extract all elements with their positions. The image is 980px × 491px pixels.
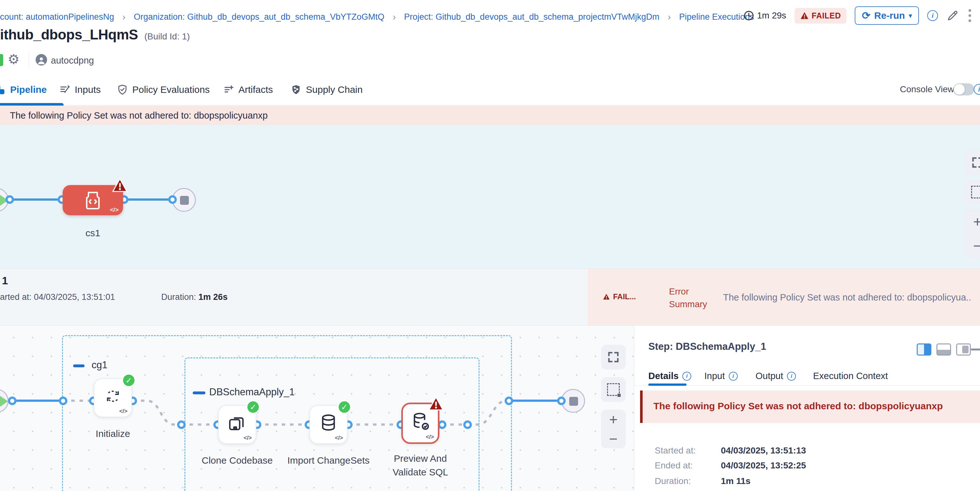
clock-icon — [744, 11, 754, 21]
top-bar: count: automationPipelinesNg › Organizat… — [0, 0, 980, 28]
avatar — [36, 54, 47, 65]
tab-pipeline[interactable]: Pipeline — [0, 74, 47, 105]
active-tab-underline — [0, 103, 64, 106]
breadcrumb-account[interactable]: count: automationPipelinesNg — [0, 12, 114, 22]
tab-execution-context[interactable]: Execution Context — [813, 371, 888, 381]
started-at-value: 04/03/2025, 13:51:13 — [721, 445, 806, 456]
code-glyph: </> — [243, 435, 252, 442]
pipeline-execution-page: count: automationPipelinesNg › Organizat… — [0, 0, 980, 491]
tab-policy-evaluations[interactable]: Policy Evaluations — [117, 74, 210, 105]
custom-stage-icon — [82, 189, 103, 211]
ended-at-value: 04/03/2025, 13:52:25 — [721, 461, 806, 470]
stop-icon — [180, 196, 189, 205]
warning-triangle-icon — [800, 12, 808, 19]
console-view-info-icon[interactable]: i — [974, 84, 980, 95]
warning-triangle-icon — [603, 294, 610, 300]
execution-graph-canvas[interactable]: cg1 DBSchemaApply_1 — [0, 326, 634, 491]
inputs-icon — [59, 84, 70, 95]
stage-graph-canvas[interactable]: </> cs1 + − — [0, 125, 980, 269]
initialize-icon — [103, 386, 123, 406]
connector-port — [463, 420, 472, 429]
zoom-out-button[interactable]: − — [609, 431, 618, 447]
gear-icon[interactable]: ⚙ — [8, 51, 20, 67]
shield-check-icon — [117, 84, 128, 95]
failed-badge-icon — [112, 178, 127, 192]
policy-violation-banner: The following Policy Set was not adhered… — [0, 106, 980, 125]
duration-label: Duration: — [655, 476, 691, 486]
layout-floating-panel-icon[interactable] — [956, 343, 971, 356]
more-options-icon[interactable] — [967, 8, 972, 23]
fit-to-screen-button[interactable] — [601, 345, 626, 370]
fit-to-screen-button[interactable] — [965, 150, 980, 175]
execution-info-icon[interactable]: i — [927, 10, 938, 21]
breadcrumb-organization[interactable]: Organization: Github_db_devops_aut_db_sc… — [134, 12, 385, 22]
tab-input[interactable]: Input i — [704, 371, 738, 381]
execution-tabs: Pipeline Inputs Policy Evaluations Artif… — [0, 74, 980, 105]
step-panel-tabs: Details i Input i Output i Execution Con… — [634, 367, 980, 386]
marquee-icon — [607, 383, 620, 396]
edit-pipeline-icon[interactable] — [946, 9, 959, 22]
chevron-down-icon[interactable]: ▾ — [909, 12, 912, 19]
step-node-initialize[interactable]: </> ✓ — [94, 378, 132, 417]
connector-port — [59, 397, 67, 405]
step-node-clone-codebase[interactable]: </> ✓ — [218, 405, 256, 444]
zoom-controls: + − — [965, 210, 980, 258]
console-view-label: Console View — [900, 84, 954, 94]
stop-icon — [569, 397, 578, 406]
supply-chain-shield-icon — [291, 84, 301, 95]
tab-artifacts[interactable]: Artifacts — [223, 74, 273, 105]
trigger-user[interactable]: autocdpng — [51, 55, 94, 66]
rerun-button[interactable]: ⟳ Re-run ▾ — [855, 6, 919, 25]
success-badge-icon: ✓ — [337, 400, 352, 414]
minimize-panel-icon[interactable] — [971, 348, 980, 350]
play-icon — [0, 396, 8, 407]
stage-error-zone: FAIL... Error Summary The following Poli… — [588, 269, 980, 325]
stage-summary-bar[interactable]: 1 arted at: 04/03/2025, 13:51:01 Duratio… — [0, 269, 980, 326]
layout-right-panel-icon[interactable] — [917, 343, 931, 356]
execution-detail-split: cg1 DBSchemaApply_1 — [0, 326, 980, 491]
connector-port — [177, 420, 186, 429]
zoom-in-button[interactable]: + — [609, 411, 618, 428]
build-id: (Build Id: 1) — [144, 32, 190, 42]
breadcrumb-pipeline-executions[interactable]: Pipeline Executions — [679, 12, 754, 22]
stage-node-cs1[interactable]: </> — [63, 185, 123, 215]
tab-inputs[interactable]: Inputs — [59, 74, 101, 105]
input-info-icon[interactable]: i — [729, 372, 738, 381]
details-info-icon[interactable]: i — [682, 372, 691, 381]
database-check-icon — [410, 412, 431, 432]
active-tab-underline — [648, 383, 687, 386]
code-glyph: </> — [110, 207, 119, 213]
step-node-preview-validate-sql[interactable]: </> — [401, 403, 439, 444]
step-error-text: The following Policy Set was not adhered… — [654, 401, 943, 412]
error-summary-label: Error Summary — [669, 285, 707, 311]
refresh-icon: ⟳ — [862, 10, 870, 22]
success-badge-icon: ✓ — [246, 400, 260, 414]
console-view-toggle[interactable] — [953, 83, 974, 95]
stage-duration: Duration: 1m 26s — [161, 292, 228, 302]
pipeline-icon — [0, 84, 6, 95]
artifacts-icon — [223, 84, 234, 95]
status-badge: FAILED — [795, 8, 847, 24]
marquee-select-button[interactable] — [601, 377, 626, 402]
policy-violation-text: The following Policy Set was not adhered… — [10, 110, 268, 121]
ended-at-label: Ended at: — [655, 461, 693, 470]
error-summary-message: The following Policy Set was not adhered… — [723, 292, 974, 303]
chevron-right-icon: › — [668, 11, 671, 22]
elapsed-time: 1m 29s — [744, 11, 786, 21]
tab-output[interactable]: Output i — [756, 371, 796, 381]
chevron-right-icon: › — [123, 11, 126, 22]
connector-port — [8, 397, 16, 405]
code-glyph: </> — [426, 434, 434, 440]
fullscreen-icon — [607, 350, 620, 364]
breadcrumb-project[interactable]: Project: Github_db_devops_aut_db_schema_… — [404, 12, 659, 22]
chevron-right-icon: › — [393, 11, 396, 22]
step-node-import-changesets[interactable]: </> ✓ — [309, 405, 348, 444]
zoom-in-button[interactable]: + — [973, 213, 980, 230]
layout-bottom-panel-icon[interactable] — [936, 343, 951, 356]
tab-supply-chain[interactable]: Supply Chain — [291, 74, 363, 105]
output-info-icon[interactable]: i — [787, 372, 796, 381]
divider — [29, 51, 29, 69]
tab-details[interactable]: Details i — [648, 371, 691, 381]
marquee-select-button[interactable] — [965, 180, 980, 205]
zoom-out-button[interactable]: − — [973, 238, 980, 254]
